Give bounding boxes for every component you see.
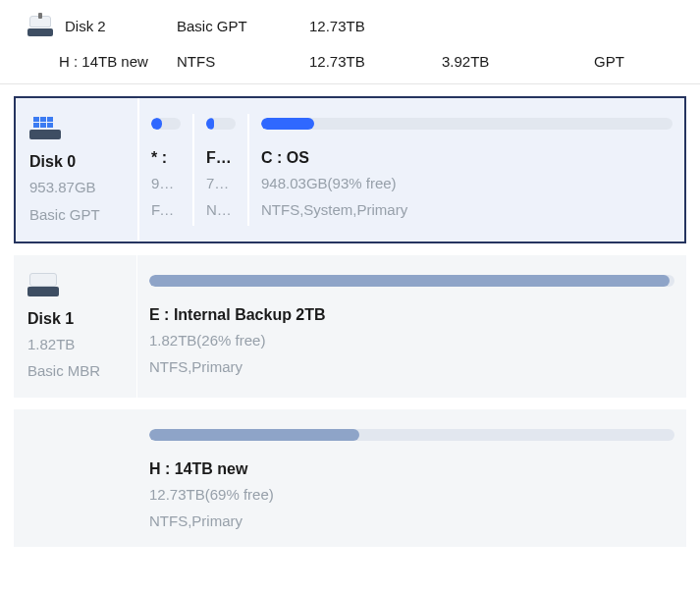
disk-icon (27, 271, 59, 296)
partition-title: F : ... (206, 149, 236, 167)
disk0-partition-2[interactable]: C : OS 948.03GB(93% free) NTFS,System,Pr… (249, 114, 684, 226)
disk0-partition-0[interactable]: * : 99.... FAT... (139, 114, 194, 226)
windows-disk-icon (29, 114, 61, 139)
disk0-scheme: Basic GPT (29, 204, 126, 226)
partition-size: 750... (206, 173, 236, 193)
disk2-scheme: Basic GPT (177, 18, 309, 34)
partition-title: H : 14TB new (149, 460, 674, 478)
disk1-partition-0[interactable]: E : Internal Backup 2TB 1.82TB(26% free)… (137, 271, 686, 383)
disk1-size: 1.82TB (27, 334, 125, 355)
disk2-partition-card[interactable]: H : 14TB new 12.73TB(69% free) NTFS,Prim… (14, 409, 686, 547)
usb-disk-icon (27, 15, 53, 36)
partition-size: 99.... (151, 173, 181, 193)
disk2-name: Disk 2 (65, 18, 106, 34)
disk0-title: Disk 0 (29, 153, 126, 171)
vol-scheme: GPT (574, 53, 700, 70)
disk0-partition-1[interactable]: F : ... 750... NT... (194, 114, 249, 226)
partition-fs: NT... (206, 199, 236, 220)
vol-size: 12.73TB (309, 53, 442, 70)
disk2-partition-0[interactable]: H : 14TB new 12.73TB(69% free) NTFS,Prim… (137, 425, 686, 531)
disk2-volume-row[interactable]: H : 14TB new NTFS 12.73TB 3.92TB GPT (0, 43, 700, 84)
partition-fs: NTFS,Primary (149, 356, 674, 377)
disk1-side: Disk 1 1.82TB Basic MBR (14, 255, 137, 399)
spacer (14, 409, 137, 547)
partition-size: 12.73TB(69% free) (149, 484, 674, 505)
partition-size: 948.03GB(93% free) (261, 173, 673, 193)
vol-label: H : 14TB new (0, 53, 177, 70)
vol-free: 3.92TB (442, 53, 574, 70)
partition-title: * : (151, 149, 181, 167)
partition-fs: NTFS,Primary (149, 510, 674, 531)
disk2-size: 12.73TB (309, 18, 442, 34)
disk1-title: Disk 1 (27, 310, 125, 328)
disk1-card[interactable]: Disk 1 1.82TB Basic MBR E : Internal Bac… (14, 255, 686, 399)
disk1-scheme: Basic MBR (27, 360, 125, 382)
partition-title: E : Internal Backup 2TB (149, 306, 674, 324)
disk0-card[interactable]: Disk 0 953.87GB Basic GPT * : 99.... FAT… (14, 96, 686, 243)
partition-title: C : OS (261, 149, 673, 167)
partition-fs: FAT... (151, 199, 181, 220)
partition-fs: NTFS,System,Primary (261, 199, 673, 220)
partition-size: 1.82TB(26% free) (149, 330, 674, 350)
disk0-size: 953.87GB (29, 177, 126, 198)
vol-fs: NTFS (177, 53, 309, 70)
disk2-header-row[interactable]: Disk 2 Basic GPT 12.73TB (0, 0, 700, 43)
disk0-side: Disk 0 953.87GB Basic GPT (16, 98, 139, 242)
